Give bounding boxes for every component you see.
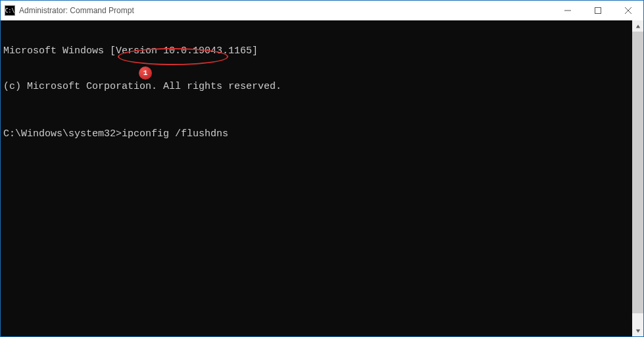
command-text: ipconfig /flushdns bbox=[122, 128, 228, 140]
titlebar[interactable]: C:\ Administrator: Command Prompt bbox=[1, 1, 643, 20]
vertical-scrollbar[interactable] bbox=[632, 20, 643, 336]
terminal-area: Microsoft Windows [Version 10.0.19043.11… bbox=[1, 20, 643, 336]
scroll-up-button[interactable] bbox=[632, 20, 643, 32]
output-line: (c) Microsoft Corporation. All rights re… bbox=[3, 81, 630, 93]
scroll-track[interactable] bbox=[632, 32, 643, 325]
command-prompt-window: C:\ Administrator: Command Prompt Micros… bbox=[0, 0, 644, 337]
svg-rect-1 bbox=[595, 8, 601, 14]
window-controls bbox=[553, 1, 643, 20]
scroll-thumb[interactable] bbox=[632, 32, 643, 313]
prompt-text: C:\Windows\system32> bbox=[3, 128, 122, 140]
svg-marker-4 bbox=[635, 24, 639, 28]
terminal-content[interactable]: Microsoft Windows [Version 10.0.19043.11… bbox=[1, 20, 632, 336]
minimize-button[interactable] bbox=[553, 1, 583, 20]
close-button[interactable] bbox=[613, 1, 643, 20]
annotation-step-badge: 1 bbox=[139, 66, 152, 80]
app-icon: C:\ bbox=[5, 5, 15, 16]
window-title: Administrator: Command Prompt bbox=[19, 6, 134, 15]
output-line: Microsoft Windows [Version 10.0.19043.11… bbox=[3, 45, 630, 57]
maximize-button[interactable] bbox=[583, 1, 613, 20]
prompt-line: C:\Windows\system32>ipconfig /flushdns bbox=[3, 128, 630, 140]
scroll-down-button[interactable] bbox=[632, 325, 643, 336]
svg-marker-5 bbox=[635, 329, 639, 332]
